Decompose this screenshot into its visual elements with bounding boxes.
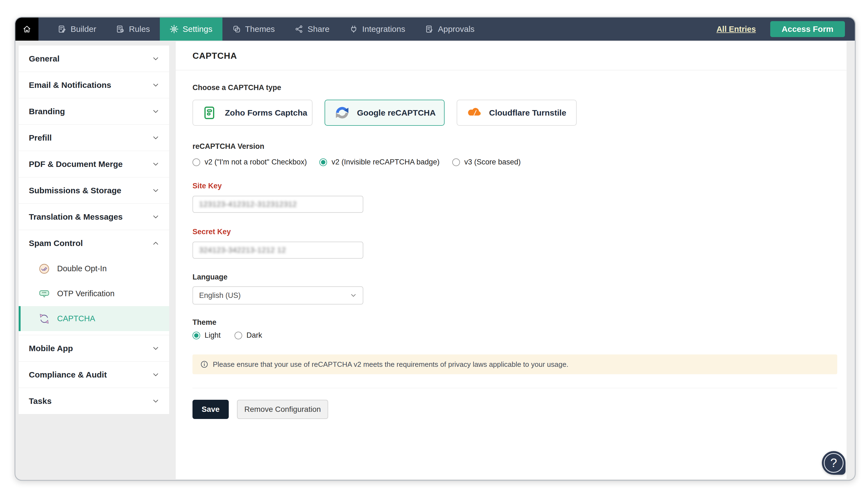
info-icon (200, 360, 208, 368)
nav-tabs: Builder Rules Settings Themes Share Inte… (39, 18, 485, 41)
tab-label: Settings (182, 24, 212, 34)
language-select[interactable]: English (US) (193, 286, 363, 304)
captcha-settings-panel: CAPTCHA Choose a CAPTCHA type Zoho Forms… (176, 42, 847, 479)
approvals-icon (425, 25, 434, 33)
nav-right-cluster: All Entries Access Form (716, 18, 855, 41)
all-entries-link[interactable]: All Entries (716, 25, 756, 34)
zoho-forms-icon (203, 106, 217, 120)
sidebar-item-mobile-app[interactable]: Mobile App (19, 335, 169, 362)
app-window: Builder Rules Settings Themes Share Inte… (15, 17, 855, 481)
page-title: CAPTCHA (193, 51, 237, 61)
choose-captcha-type-label: Choose a CAPTCHA type (193, 83, 830, 92)
radio-icon (193, 158, 200, 166)
rules-icon (116, 25, 125, 33)
tab-label: Integrations (362, 24, 405, 34)
sidebar-group-spam-control: Spam Control Double Opt-In *** OTP Verif… (19, 230, 169, 335)
google-recaptcha-icon (335, 106, 349, 120)
secret-key-input[interactable]: 324123-342213-1212 12 (193, 242, 363, 259)
radio-icon (234, 332, 242, 339)
gear-icon (170, 25, 178, 33)
home-icon (22, 24, 31, 34)
sidebar-item-general[interactable]: General (19, 46, 169, 72)
double-opt-in-icon (39, 263, 50, 274)
help-button[interactable]: ? (822, 451, 845, 475)
site-key-label: Site Key (193, 182, 830, 190)
recaptcha-version-label: reCAPTCHA Version (193, 142, 830, 151)
sidebar-item-submissions-storage[interactable]: Submissions & Storage (19, 177, 169, 204)
captcha-type-cloudflare-turnstile[interactable]: Cloudflare Turnstile (457, 100, 577, 126)
radio-theme-light[interactable]: Light (193, 331, 221, 340)
sidebar-item-otp-verification[interactable]: *** OTP Verification (19, 281, 169, 306)
access-form-button[interactable]: Access Form (770, 21, 845, 37)
language-label: Language (193, 273, 830, 281)
sidebar-item-compliance-audit[interactable]: Compliance & Audit (19, 362, 169, 388)
question-mark-icon: ? (830, 456, 837, 470)
language-selected-value: English (US) (199, 291, 241, 300)
sidebar-item-spam-control[interactable]: Spam Control (19, 230, 169, 256)
tab-themes[interactable]: Themes (222, 18, 285, 41)
save-button[interactable]: Save (193, 400, 229, 419)
sidebar-item-email-notifications[interactable]: Email & Notifications (19, 72, 169, 98)
integrations-icon (349, 25, 358, 33)
tab-share[interactable]: Share (285, 18, 340, 41)
chevron-down-icon (152, 134, 160, 142)
cloudflare-icon (467, 106, 481, 120)
remove-configuration-button[interactable]: Remove Configuration (237, 400, 328, 419)
chevron-down-icon (152, 160, 160, 168)
chevron-down-icon (152, 213, 160, 221)
radio-icon (452, 158, 460, 166)
tab-integrations[interactable]: Integrations (340, 18, 415, 41)
chevron-down-icon (152, 371, 160, 379)
captcha-type-cards: Zoho Forms Captcha Google reCAPTCHA Clou… (193, 100, 830, 126)
radio-v3-score[interactable]: v3 (Score based) (452, 158, 521, 166)
tab-settings[interactable]: Settings (160, 18, 222, 41)
radio-theme-dark[interactable]: Dark (234, 331, 262, 340)
radio-icon (319, 158, 327, 166)
svg-text:***: *** (42, 291, 46, 295)
privacy-notice-banner: Please ensure that your use of reCAPTCHA… (193, 354, 837, 374)
privacy-notice-text: Please ensure that your use of reCAPTCHA… (213, 360, 568, 369)
tab-rules[interactable]: Rules (106, 18, 160, 41)
settings-sidebar: General Email & Notifications Branding P… (19, 46, 169, 414)
sidebar-item-tasks[interactable]: Tasks (19, 388, 169, 414)
sidebar-item-captcha[interactable]: CAPTCHA (19, 306, 169, 331)
secret-key-value: 324123-342213-1212 12 (199, 246, 286, 254)
themes-icon (232, 25, 241, 33)
sidebar-item-branding[interactable]: Branding (19, 98, 169, 125)
chevron-down-icon (152, 187, 160, 195)
site-key-input[interactable]: 123123-412312-312312312 (193, 196, 363, 213)
page-header: CAPTCHA (176, 42, 847, 70)
tab-builder[interactable]: Builder (48, 18, 106, 41)
tab-label: Themes (245, 24, 275, 34)
theme-options: Light Dark (193, 331, 830, 340)
radio-v2-checkbox[interactable]: v2 ("I'm not a robot" Checkbox) (193, 158, 307, 166)
otp-icon: *** (39, 288, 50, 299)
top-navigation: Builder Rules Settings Themes Share Inte… (16, 18, 855, 41)
sidebar-item-double-opt-in[interactable]: Double Opt-In (19, 256, 169, 281)
chevron-up-icon (152, 239, 160, 247)
action-buttons: Save Remove Configuration (193, 400, 830, 419)
home-button[interactable] (16, 18, 39, 41)
builder-icon (58, 25, 67, 33)
chevron-down-icon (350, 292, 357, 299)
radio-icon (193, 332, 200, 339)
sidebar-item-translation-messages[interactable]: Translation & Messages (19, 204, 169, 230)
chevron-down-icon (152, 107, 160, 116)
tab-label: Approvals (438, 24, 474, 34)
chevron-down-icon (152, 397, 160, 405)
chevron-down-icon (152, 81, 160, 89)
captcha-type-google-recaptcha[interactable]: Google reCAPTCHA (325, 100, 445, 126)
tab-label: Builder (71, 24, 96, 34)
captcha-icon (39, 313, 50, 324)
captcha-type-zoho-forms[interactable]: Zoho Forms Captcha (193, 100, 313, 126)
chevron-down-icon (152, 344, 160, 352)
radio-v2-invisible[interactable]: v2 (Invisible reCAPTCHA badge) (319, 158, 439, 166)
site-key-value: 123123-412312-312312312 (199, 200, 297, 209)
tab-approvals[interactable]: Approvals (415, 18, 485, 41)
tab-label: Rules (129, 24, 150, 34)
chevron-down-icon (152, 55, 160, 63)
secret-key-label: Secret Key (193, 228, 830, 236)
sidebar-item-prefill[interactable]: Prefill (19, 125, 169, 151)
sidebar-item-pdf-document-merge[interactable]: PDF & Document Merge (19, 151, 169, 177)
tab-label: Share (307, 24, 329, 34)
